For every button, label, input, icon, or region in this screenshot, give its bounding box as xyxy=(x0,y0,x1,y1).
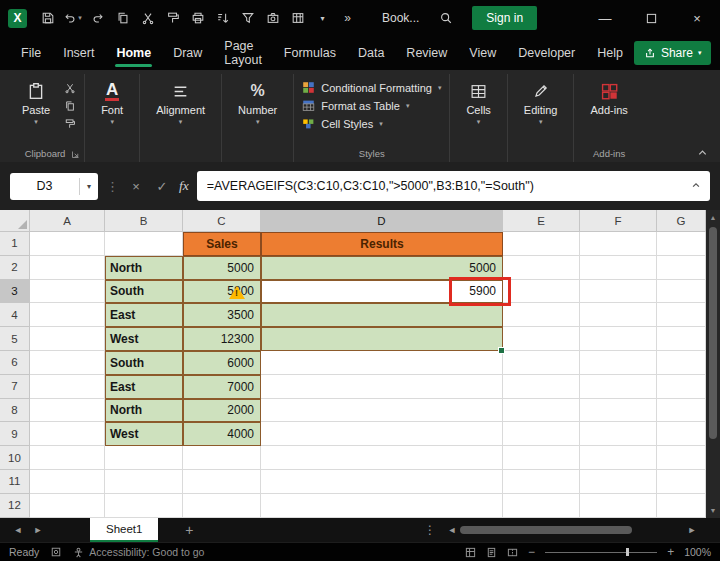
zoom-slider-thumb[interactable] xyxy=(626,548,630,556)
cell-F6[interactable] xyxy=(580,351,657,375)
copy-icon[interactable] xyxy=(110,5,135,31)
tab-page-layout[interactable]: Page Layout xyxy=(213,36,273,70)
cell-G2[interactable] xyxy=(657,256,706,280)
format-as-table-button[interactable]: Format as Table ▾ xyxy=(302,99,441,112)
cell-D7[interactable] xyxy=(261,375,503,399)
alignment-button[interactable]: Alignment ▾ xyxy=(148,78,213,128)
cell-F1[interactable] xyxy=(580,232,657,256)
new-sheet-button[interactable]: + xyxy=(174,522,204,538)
select-all-corner[interactable] xyxy=(0,210,30,232)
cell-D2[interactable]: 5000 xyxy=(261,256,503,280)
minimize-button[interactable]: — xyxy=(582,0,628,36)
cell-E5[interactable] xyxy=(503,327,580,351)
cell-E9[interactable] xyxy=(503,422,580,446)
macro-record-icon[interactable] xyxy=(51,547,61,557)
cell-C9[interactable]: 4000 xyxy=(183,422,261,446)
horizontal-scrollbar[interactable]: ◄ ► xyxy=(444,525,700,535)
row-header-4[interactable]: 4 xyxy=(0,303,30,327)
column-header-A[interactable]: A xyxy=(30,210,105,232)
row-header-6[interactable]: 6 xyxy=(0,351,30,375)
prev-sheet-icon[interactable]: ◄ xyxy=(8,525,28,535)
sign-in-button[interactable]: Sign in xyxy=(472,6,537,30)
name-box[interactable]: D3 ▾ xyxy=(10,173,98,200)
page-layout-view-icon[interactable] xyxy=(486,547,497,558)
cell-E7[interactable] xyxy=(503,375,580,399)
column-header-D[interactable]: D xyxy=(261,210,503,232)
sheet-tab-sheet1[interactable]: Sheet1 xyxy=(90,518,158,542)
row-header-10[interactable]: 10 xyxy=(0,446,30,470)
row-header-12[interactable]: 12 xyxy=(0,494,30,518)
cell-G9[interactable] xyxy=(657,422,706,446)
cell-F5[interactable] xyxy=(580,327,657,351)
column-header-C[interactable]: C xyxy=(183,210,261,232)
scroll-up-icon[interactable]: ▲ xyxy=(710,210,717,225)
cell-B5[interactable]: West xyxy=(105,327,183,351)
cell-E6[interactable] xyxy=(503,351,580,375)
horizontal-scrollbar-thumb[interactable] xyxy=(460,526,632,534)
cut-icon[interactable] xyxy=(135,5,160,31)
cell-G4[interactable] xyxy=(657,303,706,327)
cell-A8[interactable] xyxy=(30,399,105,423)
column-header-G[interactable]: G xyxy=(657,210,706,232)
format-painter-icon[interactable] xyxy=(64,118,76,130)
font-button[interactable]: A Font ▾ xyxy=(93,78,131,128)
cell-D12[interactable] xyxy=(261,494,503,518)
cell-C1[interactable]: Sales xyxy=(183,232,261,256)
row-header-8[interactable]: 8 xyxy=(0,399,30,423)
save-icon[interactable] xyxy=(35,5,60,31)
cell-B1[interactable] xyxy=(105,232,183,256)
cell-G5[interactable] xyxy=(657,327,706,351)
zoom-out-button[interactable]: − xyxy=(528,545,535,559)
cell-E8[interactable] xyxy=(503,399,580,423)
formula-input[interactable] xyxy=(197,171,710,201)
scroll-left-icon[interactable]: ◄ xyxy=(444,525,460,535)
close-button[interactable]: × xyxy=(674,0,720,36)
enter-icon[interactable]: ✓ xyxy=(153,179,171,194)
cell-E3[interactable] xyxy=(503,280,580,304)
cell-D5[interactable] xyxy=(261,327,503,351)
cell-B3[interactable]: South xyxy=(105,280,183,304)
cell-G11[interactable] xyxy=(657,470,706,494)
cell-F11[interactable] xyxy=(580,470,657,494)
cell-B2[interactable]: North xyxy=(105,256,183,280)
zoom-slider[interactable] xyxy=(545,546,657,558)
maximize-button[interactable] xyxy=(628,0,674,36)
undo-icon[interactable]: ▾ xyxy=(60,5,85,31)
cell-C6[interactable]: 6000 xyxy=(183,351,261,375)
scrollbar-options-icon[interactable]: ⋮ xyxy=(416,523,444,537)
cell-G12[interactable] xyxy=(657,494,706,518)
scroll-right-icon[interactable]: ► xyxy=(684,525,700,535)
fill-handle[interactable] xyxy=(498,347,505,354)
zoom-in-button[interactable]: + xyxy=(667,545,674,559)
page-break-preview-icon[interactable] xyxy=(507,547,518,558)
filter-icon[interactable] xyxy=(235,5,260,31)
cell-B12[interactable] xyxy=(105,494,183,518)
collapse-ribbon-icon[interactable] xyxy=(697,147,708,158)
cell-G3[interactable] xyxy=(657,280,706,304)
cell-F12[interactable] xyxy=(580,494,657,518)
row-header-3[interactable]: 3 xyxy=(0,280,30,304)
vertical-scrollbar-thumb[interactable] xyxy=(709,227,717,439)
cell-F3[interactable] xyxy=(580,280,657,304)
cell-E2[interactable] xyxy=(503,256,580,280)
cell-G10[interactable] xyxy=(657,446,706,470)
cell-D6[interactable] xyxy=(261,351,503,375)
formula-bar-drag-handle[interactable]: ⋮ xyxy=(106,179,119,194)
cell-D11[interactable] xyxy=(261,470,503,494)
number-button[interactable]: % Number ▾ xyxy=(230,78,285,128)
cell-A4[interactable] xyxy=(30,303,105,327)
cell-C3[interactable]: 5800 xyxy=(183,280,261,304)
tab-insert[interactable]: Insert xyxy=(52,36,105,70)
cell-F2[interactable] xyxy=(580,256,657,280)
cell-B7[interactable]: East xyxy=(105,375,183,399)
cell-F4[interactable] xyxy=(580,303,657,327)
paste-button[interactable]: Paste ▾ xyxy=(14,78,58,128)
cell-D1[interactable]: Results xyxy=(261,232,503,256)
addins-button[interactable]: Add-ins xyxy=(582,78,635,118)
cancel-icon[interactable]: × xyxy=(127,179,145,194)
cell-D8[interactable] xyxy=(261,399,503,423)
cell-G1[interactable] xyxy=(657,232,706,256)
normal-view-icon[interactable] xyxy=(465,547,476,558)
column-header-B[interactable]: B xyxy=(105,210,183,232)
cell-C5[interactable]: 12300 xyxy=(183,327,261,351)
